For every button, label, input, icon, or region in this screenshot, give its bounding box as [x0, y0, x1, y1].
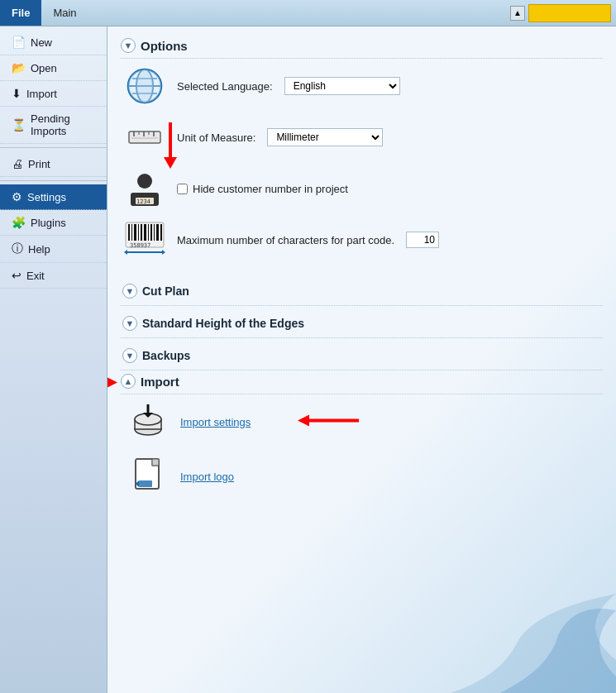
language-icon: [124, 65, 165, 107]
hide-customer-row: 1234 Hide customer number in project: [121, 168, 603, 209]
import-section-content: Import settings: [121, 401, 603, 497]
sidebar-item-settings[interactable]: ⚙ Settings: [0, 184, 107, 210]
svg-text:358937: 358937: [130, 242, 150, 249]
sidebar-item-plugins[interactable]: 🧩 Plugins: [0, 210, 107, 236]
title-controls: ▲: [510, 4, 611, 22]
svg-text:1234: 1234: [136, 198, 150, 205]
max-chars-input[interactable]: [406, 232, 439, 248]
barcode-icon: 358937: [124, 219, 165, 260]
title-yellow-bar: [528, 4, 611, 22]
hide-customer-checkbox[interactable]: [177, 184, 188, 194]
unit-row: Unit of Measure: Millimeter Inch: [121, 117, 603, 158]
plugins-icon: 🧩: [12, 216, 26, 229]
open-icon: 📂: [12, 61, 26, 74]
import-section: ▲ Import: [121, 374, 603, 497]
options-toggle[interactable]: ▼: [121, 38, 136, 53]
collapse-button[interactable]: ▲: [510, 6, 525, 21]
svg-marker-37: [107, 377, 117, 389]
hide-customer-label: Hide customer number in project: [193, 183, 348, 195]
standard-height-section[interactable]: ▼ Standard Height of the Edges: [121, 309, 603, 338]
svg-rect-29: [154, 224, 155, 241]
import-title: Import: [141, 375, 179, 389]
sidebar-item-new[interactable]: 📄 New: [0, 30, 107, 55]
import-icon: ⬇: [12, 87, 21, 100]
options-title: Options: [141, 39, 188, 53]
sidebar-divider: [0, 147, 107, 148]
cut-plan-title: Cut Plan: [142, 284, 189, 298]
language-row: Selected Language: English French German…: [121, 65, 603, 107]
language-label: Selected Language:: [177, 80, 273, 93]
svg-rect-27: [148, 224, 149, 241]
max-chars-label: Maximum number of characters for part co…: [177, 234, 394, 246]
language-select[interactable]: English French German Spanish: [284, 77, 400, 95]
sidebar-item-import[interactable]: ⬇ Import: [0, 81, 107, 107]
import-toggle[interactable]: ▲: [121, 374, 136, 389]
new-icon: 📄: [12, 36, 26, 49]
import-logo-link[interactable]: Import logo: [180, 471, 234, 483]
exit-icon: ↩: [12, 269, 21, 282]
backups-title: Backups: [142, 349, 190, 362]
ruler-icon: [124, 117, 165, 158]
svg-rect-30: [156, 224, 159, 241]
hide-customer-checkbox-row: Hide customer number in project: [177, 183, 348, 195]
svg-rect-23: [134, 224, 136, 241]
svg-marker-45: [298, 415, 309, 427]
max-chars-row: 358937 Maximum number of characters for …: [121, 219, 603, 260]
svg-rect-25: [141, 224, 142, 241]
main-menu-button[interactable]: Main: [41, 7, 88, 19]
svg-rect-24: [138, 224, 139, 241]
help-icon: ⓘ: [12, 241, 23, 256]
backups-toggle[interactable]: ▼: [122, 348, 137, 363]
unit-label: Unit of Measure:: [177, 131, 255, 144]
sidebar-item-help[interactable]: ⓘ Help: [0, 236, 107, 263]
import-logo-icon: [127, 456, 169, 497]
decorative-wave: [451, 594, 616, 693]
app-body: 📄 New 📂 Open ⬇ Import ⏳ Pending Imports …: [0, 26, 616, 693]
content-area: ▼ Options Selected Language: English Fre: [107, 26, 616, 693]
svg-rect-48: [152, 459, 159, 466]
standard-height-toggle[interactable]: ▼: [122, 316, 137, 331]
file-menu-button[interactable]: File: [0, 0, 41, 26]
svg-point-8: [136, 69, 153, 103]
print-icon: 🖨: [12, 157, 23, 170]
sidebar-item-print[interactable]: 🖨 Print: [0, 151, 107, 177]
sidebar-item-exit[interactable]: ↩ Exit: [0, 263, 107, 289]
backups-section[interactable]: ▼ Backups: [121, 342, 603, 370]
sidebar-divider-2: [0, 180, 107, 181]
sidebar: 📄 New 📂 Open ⬇ Import ⏳ Pending Imports …: [0, 26, 107, 693]
import-section-header: ▲ Import: [121, 374, 603, 394]
unit-select[interactable]: Millimeter Inch: [267, 128, 383, 146]
svg-rect-21: [128, 224, 130, 241]
cut-plan-toggle[interactable]: ▼: [122, 284, 137, 299]
svg-rect-26: [144, 224, 146, 241]
sidebar-item-pending-imports[interactable]: ⏳ Pending Imports: [0, 107, 107, 144]
import-logo-row: Import logo: [127, 456, 603, 497]
standard-height-title: Standard Height of the Edges: [142, 317, 304, 330]
annotation-arrow-right: [107, 374, 118, 394]
title-bar: File Main ▲: [0, 0, 616, 26]
options-section-header: ▼ Options: [121, 38, 603, 59]
pending-icon: ⏳: [12, 118, 26, 131]
svg-rect-22: [131, 224, 132, 241]
import-settings-link[interactable]: Import settings: [180, 416, 251, 428]
cut-plan-section[interactable]: ▼ Cut Plan: [121, 277, 603, 306]
customer-icon: 1234: [124, 168, 165, 209]
svg-marker-35: [162, 250, 165, 255]
svg-marker-1: [164, 157, 177, 169]
import-settings-row: Import settings: [127, 401, 603, 442]
svg-marker-34: [124, 250, 127, 255]
svg-rect-31: [160, 224, 162, 241]
sidebar-item-open[interactable]: 📂 Open: [0, 55, 107, 81]
svg-rect-28: [150, 224, 152, 241]
settings-icon: ⚙: [12, 190, 22, 203]
svg-point-16: [137, 174, 152, 189]
annotation-arrow-left: [293, 412, 359, 433]
spacer1: [121, 270, 603, 277]
import-settings-icon: [127, 401, 169, 442]
svg-rect-49: [139, 480, 152, 487]
